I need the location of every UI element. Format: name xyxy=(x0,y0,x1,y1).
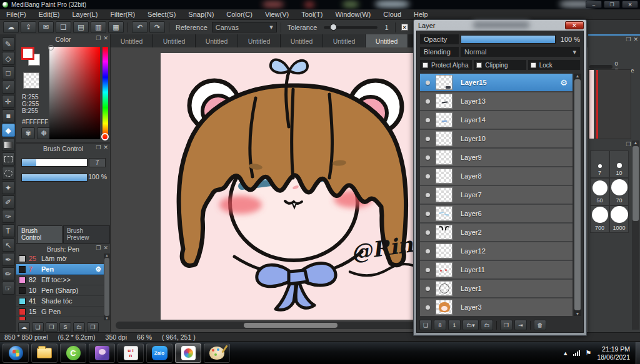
layer-visibility-dot[interactable] xyxy=(426,118,430,122)
lasso-tool[interactable] xyxy=(2,167,15,180)
document-tab-active[interactable]: Untitled xyxy=(366,34,408,47)
layer-row[interactable]: Layer6 xyxy=(420,205,572,222)
preset-size-7[interactable]: 7 xyxy=(590,150,609,178)
add-folder-button[interactable]: 🗀▾ xyxy=(462,320,479,330)
scroll-up-icon[interactable]: ▲ xyxy=(576,74,580,78)
menu-view[interactable]: View(V) xyxy=(259,11,295,18)
action-center-flag-icon[interactable]: ⚑ xyxy=(586,349,592,357)
layer-row[interactable]: Layer7 xyxy=(420,186,572,204)
taskbar-explorer[interactable] xyxy=(31,343,58,363)
dot-pen-tool[interactable]: ✓ xyxy=(2,81,15,94)
transparent-color-swatch[interactable] xyxy=(23,72,39,89)
document-tab[interactable]: Untitled xyxy=(238,34,281,47)
preset-size-70[interactable]: 70 xyxy=(609,178,629,205)
document-button[interactable]: ▤ xyxy=(73,21,89,33)
add-brush-menu-button[interactable]: ❐ xyxy=(46,322,58,332)
shape-tool[interactable]: □ xyxy=(2,66,15,79)
move-tool[interactable]: ✛ xyxy=(2,95,15,108)
text-tool[interactable]: T xyxy=(2,224,15,237)
publish-button[interactable]: ⇪ xyxy=(21,21,36,33)
gear-icon[interactable]: ⚙ xyxy=(95,265,101,273)
angle-slider[interactable] xyxy=(589,65,612,69)
drawing-canvas[interactable]: @Rin xyxy=(161,53,426,320)
menu-color[interactable]: Color(C) xyxy=(220,11,259,18)
menu-layer[interactable]: Layer(L) xyxy=(66,11,104,18)
sv-cursor[interactable] xyxy=(48,45,54,51)
menu-snap[interactable]: Snap(N) xyxy=(182,11,220,18)
scrollbar-thumb[interactable] xyxy=(632,146,639,221)
folder-button[interactable]: 🗀 xyxy=(481,320,493,330)
saturation-value-picker[interactable] xyxy=(49,47,100,139)
fill-shape-tool[interactable]: ■ xyxy=(2,109,15,122)
eraser-tool[interactable]: ◇ xyxy=(2,52,15,65)
popout-icon[interactable]: ❐ xyxy=(96,144,101,150)
eyedropper-tool[interactable]: ✒ xyxy=(2,253,15,266)
add-1bit-layer-button[interactable]: 1 xyxy=(448,320,461,330)
layer-visibility-dot[interactable] xyxy=(426,268,430,272)
gear-icon[interactable]: ⚙ xyxy=(560,78,568,87)
brush-cloud-button[interactable]: ☁ xyxy=(18,322,30,332)
menu-edit[interactable]: Edit(E) xyxy=(32,11,66,18)
add-8bit-layer-button[interactable]: 8 xyxy=(434,320,446,330)
taskbar-coccoc-browser[interactable]: C xyxy=(60,343,86,363)
menu-select[interactable]: Select(S) xyxy=(141,11,182,18)
brush-row[interactable]: 10 Pen (Sharp) xyxy=(16,285,104,296)
brush-row[interactable]: 82 Eff toc:>> xyxy=(16,275,104,285)
blending-dropdown[interactable]: Normal ▾ xyxy=(461,47,580,57)
gradient-tool[interactable] xyxy=(2,138,15,151)
layer-visibility-dot[interactable] xyxy=(426,249,430,253)
show-desktop-button[interactable] xyxy=(636,342,640,364)
layer-visibility-dot[interactable] xyxy=(426,287,430,291)
add-brush-button[interactable]: ❏ xyxy=(32,322,44,332)
scrollbar-thumb[interactable] xyxy=(244,323,338,328)
antialiasing-checkbox[interactable]: × xyxy=(401,24,408,31)
brush-row[interactable]: 41 Shade tóc xyxy=(16,296,104,307)
close-button[interactable]: ✕ xyxy=(622,1,638,8)
menu-cloud[interactable]: Cloud xyxy=(377,11,408,18)
scroll-down-icon[interactable]: ▼ xyxy=(105,317,109,320)
add-layer-button[interactable]: ❏ xyxy=(419,320,432,330)
restore-button[interactable]: ❐ xyxy=(604,1,620,8)
preset-size-1000[interactable]: 1000 xyxy=(609,205,629,233)
hue-cursor[interactable] xyxy=(101,133,109,140)
tolerance-slider-knob[interactable] xyxy=(330,24,337,31)
bucket-fill-tool[interactable]: ◆ xyxy=(2,124,15,137)
select-pen-tool[interactable]: ✐ xyxy=(2,195,15,209)
layer-visibility-dot[interactable] xyxy=(426,81,430,85)
reference-dropdown[interactable]: Canvas ▾ xyxy=(212,22,277,32)
checkbox[interactable] xyxy=(531,62,536,68)
palette-button[interactable]: ✾ xyxy=(21,127,35,139)
material-grid-button[interactable]: ▦ xyxy=(108,21,124,33)
layer-visibility-dot[interactable] xyxy=(426,212,430,216)
layer-list-scrollbar[interactable]: ▲▼ xyxy=(574,74,581,316)
preset-scrollbar[interactable]: ▲ xyxy=(632,140,639,330)
document-tab[interactable]: Untitled xyxy=(111,34,153,47)
undo-button[interactable]: ↶ xyxy=(132,21,148,33)
document-list-button[interactable]: ▥ xyxy=(91,21,106,33)
close-icon[interactable]: ✕ xyxy=(103,144,108,150)
layer-row-selected[interactable]: Layer15⚙ xyxy=(420,74,572,91)
layer-row[interactable]: Layer8 xyxy=(420,167,572,185)
layer-row[interactable]: Layer2 xyxy=(420,224,572,241)
layer-row[interactable]: Layer14 xyxy=(420,111,572,129)
preset-size-10[interactable]: 10 xyxy=(609,150,629,178)
comment-list-button[interactable]: ❑ xyxy=(56,21,71,33)
layer-row[interactable]: Layer9 xyxy=(420,149,572,166)
pen-tool[interactable]: ✎ xyxy=(2,37,15,51)
popout-icon[interactable]: ❐ xyxy=(626,141,631,147)
magic-wand-tool[interactable]: ✦ xyxy=(2,181,15,194)
network-icon[interactable] xyxy=(573,350,580,356)
taskbar-medibang-active[interactable] xyxy=(175,343,201,363)
hand-tool[interactable]: ☞ xyxy=(2,282,15,295)
layer-row[interactable]: Layer11 xyxy=(420,261,572,278)
delete-layer-button[interactable]: 🗑 xyxy=(534,320,546,330)
redo-button[interactable]: ↷ xyxy=(149,21,165,33)
menu-file[interactable]: File(F) xyxy=(0,11,32,18)
layer-visibility-dot[interactable] xyxy=(426,193,430,197)
tolerance-slider[interactable] xyxy=(324,26,378,29)
layer-window-close-button[interactable]: ✕ xyxy=(565,21,584,29)
layer-row[interactable]: Layer13 xyxy=(420,92,572,110)
duplicate-layer-button[interactable]: ❐ xyxy=(500,320,512,330)
layer-visibility-dot[interactable] xyxy=(426,155,430,160)
script-brush-button[interactable]: S xyxy=(59,322,71,332)
